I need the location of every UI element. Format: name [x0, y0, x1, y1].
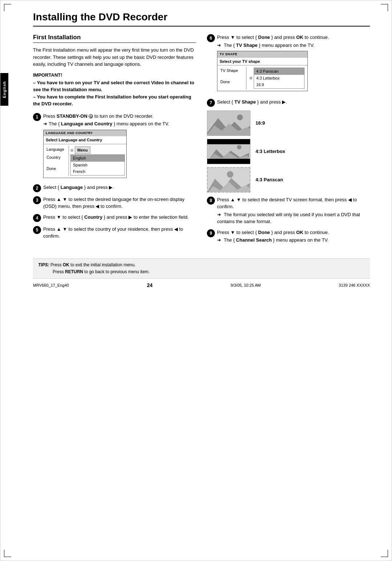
tips-line-2: Press RETURN to go back to previous menu…: [38, 269, 150, 274]
lang-dropdown: English Spanish French: [70, 154, 125, 175]
corner-bl: [4, 550, 11, 557]
svg-point-3: [237, 114, 243, 120]
step-1-content: Press STANDBY-ON ⏻ to turn on the DVD re…: [43, 113, 196, 180]
lang-label-done: Done: [46, 166, 66, 172]
corner-tl: [4, 4, 11, 11]
svg-rect-4: [207, 139, 250, 164]
step-1-arrow-text: The { Language and Country } menu appear…: [49, 120, 169, 128]
step-7-text: Select { TV Shape } and press ▶.: [217, 99, 287, 105]
ts-label-tvshape: TV Shape: [220, 68, 243, 74]
tv-shape-panscan-label: 4:3 Panscan: [256, 177, 283, 182]
step-4-text: Press ▼ to select { Country } and press …: [43, 214, 189, 220]
lang-menu-arrow-row: ⊙ Menu: [70, 146, 125, 155]
step-9: 9 Press ▼ to select { Done } and press O…: [207, 229, 370, 244]
footer: MRV660_17_Eng40 24 9/3/05, 10:25 AM 3139…: [33, 282, 370, 288]
tv-shape-panscan-svg: [208, 168, 250, 193]
step-5-number: 5: [33, 226, 41, 234]
tv-shape-values: ⊙ 4:3 Panscan 4:3 Letterbox 16:9: [246, 67, 307, 89]
step-6-number: 6: [207, 34, 215, 42]
lang-menu-labels: Language Country Done: [44, 146, 69, 176]
step-4-number: 4: [33, 214, 41, 222]
step-6-content: Press ▼ to select { Done } and press OK …: [217, 34, 370, 95]
tips-line-1: Press OK to exit the initial installatio…: [50, 262, 136, 267]
tv-shape-169-image: [207, 110, 250, 136]
arrow-symbol-9: ➜: [217, 237, 221, 243]
tv-shape-letterbox-image: [207, 139, 250, 164]
tv-shape-menu-body: TV Shape Done ⊙ 4:3 Panscan 4:3 Letterbo…: [217, 65, 307, 91]
step-4: 4 Press ▼ to select { Country } and pres…: [33, 214, 196, 222]
ts-dropdown: 4:3 Panscan 4:3 Letterbox 16:9: [254, 68, 305, 89]
step-1-number: 1: [33, 113, 41, 121]
step-8: 8 Press ▲ ▼ to select the desired TV scr…: [207, 196, 370, 225]
footer-right: 3139 246 XXXXX: [339, 283, 370, 287]
tips-bold-label: TIPS:: [38, 262, 49, 267]
tv-shape-letterbox-row: 4:3 Letterbox: [207, 139, 370, 164]
step-3-number: 3: [33, 196, 41, 204]
ts-option-letterbox: 4:3 Letterbox: [254, 75, 304, 82]
tv-shape-panscan-row: 4:3 Panscan: [207, 167, 370, 193]
tv-shape-panscan-image: [207, 167, 250, 193]
step-3: 3 Press ▲ ▼ to select the desired langua…: [33, 196, 196, 210]
step-4-content: Press ▼ to select { Country } and press …: [43, 214, 196, 221]
corner-br: [381, 550, 388, 557]
step-1-arrow: ➜ The { Language and Country } menu appe…: [43, 120, 196, 128]
side-tab-label: English: [2, 81, 7, 98]
step-5: 5 Press ▲ ▼ to select the country of you…: [33, 226, 196, 240]
svg-rect-5: [207, 139, 250, 144]
step-9-arrow: ➜ The { Channel Search } menu appears on…: [217, 237, 370, 244]
step-7: 7 Select { TV Shape } and press ▶.: [207, 98, 370, 107]
step-2: 2 Select { Language } and press ▶.: [33, 184, 196, 192]
step-7-content: Select { TV Shape } and press ▶.: [217, 98, 370, 106]
ts-label-done: Done: [220, 79, 243, 85]
step-6-text: Press ▼ to select { Done } and press OK …: [217, 35, 329, 40]
footer-left: MRV660_17_Eng40: [33, 283, 69, 287]
important-text-1: – You have to turn on your TV and select…: [33, 79, 196, 93]
lang-label-country: Country: [46, 154, 66, 161]
page-title: Installing the DVD Recorder: [33, 11, 370, 27]
important-text-2: – You have to complete the First Install…: [33, 93, 196, 108]
tv-shape-menu-subheader: Select your TV shape: [217, 58, 307, 66]
step-6: 6 Press ▼ to select { Done } and press O…: [207, 34, 370, 95]
important-label: IMPORTANT!: [33, 72, 196, 78]
step-8-arrow: ➜ The format you selected will only be u…: [217, 211, 370, 225]
lang-menu-values: ⊙ Menu English Spanish French: [69, 146, 126, 176]
intro-text: The First Installation menu will appear …: [33, 47, 196, 68]
left-column: First Installation The First Installatio…: [33, 34, 196, 247]
lang-menu-title: Menu: [75, 146, 90, 154]
lang-menu-arrow-sym: ⊙: [70, 148, 73, 153]
footer-page-number: 24: [147, 282, 153, 288]
step-8-number: 8: [207, 197, 215, 205]
tips-box: TIPS: Press OK to exit the initial insta…: [33, 258, 370, 279]
lang-option-french: French: [71, 168, 124, 175]
tv-shape-169-svg: [207, 111, 250, 136]
step-6-arrow: ➜ The { TV Shape } menu appears on the T…: [217, 42, 370, 49]
corner-tr: [381, 4, 388, 11]
step-2-number: 2: [33, 184, 41, 192]
step-5-content: Press ▲ ▼ to select the country of your …: [43, 226, 196, 240]
svg-rect-6: [207, 160, 250, 164]
important-block: IMPORTANT! – You have to turn on your TV…: [33, 72, 196, 108]
step-8-arrow-text: The format you selected will only be use…: [217, 212, 360, 225]
tv-shape-menu: TV SHAPE Select your TV shape TV Shape D…: [217, 51, 308, 91]
step-9-text: Press ▼ to select { Done } and press OK …: [217, 230, 329, 235]
step-6-arrow-text: The { TV Shape } menu appears on the TV.: [224, 43, 314, 48]
step-5-text: Press ▲ ▼ to select the country of your …: [43, 226, 183, 239]
step-1: 1 Press STANDBY-ON ⏻ to turn on the DVD …: [33, 113, 196, 180]
step-8-content: Press ▲ ▼ to select the desired TV scree…: [217, 196, 370, 225]
tv-shape-169-row: 16:9: [207, 110, 370, 136]
tv-shape-labels: TV Shape Done: [217, 67, 246, 89]
tv-shape-169-label: 16:9: [256, 120, 265, 126]
ts-value-row: ⊙ 4:3 Panscan 4:3 Letterbox 16:9: [249, 68, 305, 89]
tips-label: TIPS:: [38, 262, 49, 267]
lang-menu-header: LANGUAGE AND COUNTRY: [44, 130, 126, 137]
step-3-text: Press ▲ ▼ to select the desired language…: [43, 197, 184, 209]
lang-menu-subheader: Select Language and Country: [44, 136, 126, 144]
side-tab: English: [0, 73, 8, 106]
step-3-content: Press ▲ ▼ to select the desired language…: [43, 196, 196, 210]
step-9-content: Press ▼ to select { Done } and press OK …: [217, 229, 370, 244]
step-9-number: 9: [207, 229, 215, 237]
step-8-text: Press ▲ ▼ to select the desired TV scree…: [217, 197, 357, 210]
arrow-symbol-8: ➜: [217, 212, 221, 217]
lang-menu-body: Language Country Done ⊙ Menu Engl: [44, 144, 126, 178]
lang-option-spanish: Spanish: [71, 162, 124, 169]
